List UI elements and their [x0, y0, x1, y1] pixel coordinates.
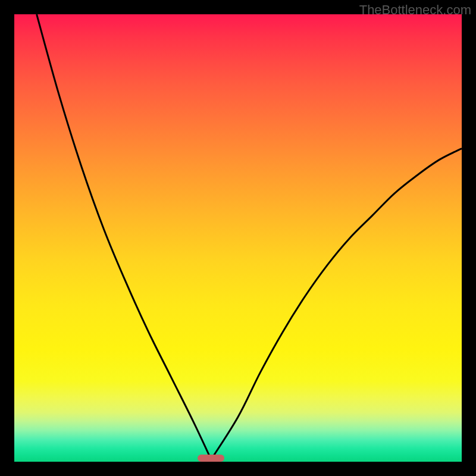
curve-left: [37, 14, 211, 459]
bottleneck-marker: [198, 455, 224, 462]
curve-right: [211, 149, 462, 460]
bottleneck-curve: [14, 14, 462, 462]
chart-plot-area: [14, 14, 462, 462]
watermark-text: TheBottleneck.com: [359, 2, 471, 18]
